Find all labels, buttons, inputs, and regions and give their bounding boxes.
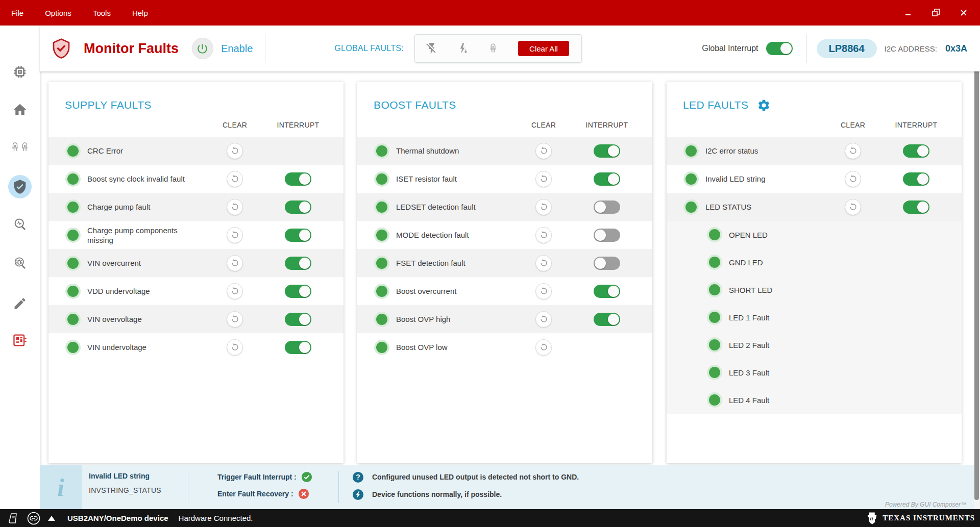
fault-row: VIN overvoltage: [48, 305, 344, 333]
interrupt-toggle[interactable]: [903, 144, 929, 158]
bolt-off-icon: [425, 42, 438, 55]
selected-fault-block: Invalid LED string INVSTRING_STATUS: [82, 465, 188, 509]
sidebar-item-debug[interactable]: [8, 252, 32, 275]
interrupt-toggle[interactable]: [285, 285, 311, 298]
fault-label: FSET detection fault: [396, 258, 513, 268]
sidebar-item-home[interactable]: [8, 98, 32, 121]
sidebar-item-diagnostics[interactable]: [8, 213, 32, 236]
enable-label[interactable]: Enable: [221, 43, 253, 55]
fault-label: LED 2 Fault: [729, 340, 962, 350]
interrupt-toggle[interactable]: [903, 172, 929, 186]
clear-fault-button[interactable]: [227, 283, 243, 299]
clear-fault-button[interactable]: [535, 171, 552, 187]
clear-column-header: CLEAR: [205, 121, 265, 129]
fault-row: ISET resistor fault: [357, 165, 652, 193]
scrollbar-thumb[interactable]: [974, 65, 979, 500]
fault-info-bar: i Invalid LED string INVSTRING_STATUS Tr…: [40, 465, 974, 509]
interrupt-toggle[interactable]: [594, 285, 620, 298]
sidebar-item-monitor-faults[interactable]: [8, 175, 32, 198]
clear-fault-button[interactable]: [845, 143, 861, 159]
clear-all-button[interactable]: Clear All: [518, 41, 569, 56]
sidebar-item-edit[interactable]: [8, 292, 32, 315]
brand-name: Texas Instruments: [883, 514, 975, 522]
fault-status-led: [709, 284, 720, 295]
interrupt-toggle[interactable]: [285, 257, 311, 270]
led-faults-settings-gear-icon[interactable]: [757, 98, 771, 112]
sidebar-item-device[interactable]: [8, 60, 32, 84]
clear-fault-button[interactable]: [227, 143, 243, 159]
clear-fault-button[interactable]: [227, 227, 243, 243]
clear-fault-button[interactable]: [535, 143, 552, 159]
clear-fault-button[interactable]: [535, 283, 552, 299]
clear-fault-button[interactable]: [535, 339, 552, 356]
scrollbar-track[interactable]: [974, 61, 980, 509]
interrupt-toggle[interactable]: [594, 257, 620, 270]
clear-fault-button[interactable]: [227, 255, 243, 271]
search-bug-icon: [12, 256, 28, 271]
ti-bug-icon: ti: [865, 512, 878, 525]
menu-item-tools[interactable]: Tools: [93, 9, 111, 17]
clear-fault-button[interactable]: [227, 199, 243, 215]
fault-row: LED STATUS: [667, 193, 962, 221]
clear-fault-button[interactable]: [535, 255, 552, 271]
interrupt-toggle[interactable]: [594, 229, 620, 242]
interrupt-toggle[interactable]: [285, 341, 311, 354]
fault-label: Boost OVP low: [396, 342, 513, 352]
fault-status-led: [376, 230, 387, 241]
clear-fault-button[interactable]: [845, 171, 861, 187]
fault-label: OPEN LED: [729, 230, 962, 240]
clear-fault-button[interactable]: [535, 227, 552, 243]
clear-fault-button[interactable]: [227, 171, 243, 187]
menu-item-file[interactable]: File: [11, 9, 23, 17]
fault-row: Boost sync clock invalid fault: [48, 165, 344, 193]
close-button[interactable]: [953, 4, 974, 22]
fault-label: Boost OVP high: [396, 314, 513, 324]
clear-fault-button[interactable]: [535, 311, 552, 328]
log-icon[interactable]: [7, 512, 19, 524]
bolt-circle-icon: [353, 489, 363, 500]
restore-button[interactable]: [926, 4, 946, 22]
clear-fault-button[interactable]: [227, 311, 243, 328]
interrupt-toggle[interactable]: [285, 313, 311, 326]
interrupt-toggle[interactable]: [285, 200, 311, 214]
clear-fault-button[interactable]: [845, 199, 861, 215]
column-headers: CLEAR INTERRUPT: [357, 118, 652, 132]
connection-link-icon[interactable]: [27, 511, 41, 525]
interrupt-toggle[interactable]: [594, 172, 620, 186]
fault-row: Boost OVP high: [357, 305, 652, 333]
interrupt-toggle[interactable]: [285, 172, 311, 186]
status-bar: USB2ANY/OneDemo device Hardware Connecte…: [0, 509, 980, 527]
interrupt-toggle[interactable]: [594, 313, 620, 326]
led-subfault-row: OPEN LED: [667, 221, 962, 248]
menu-item-options[interactable]: Options: [45, 9, 71, 17]
menu-items: FileOptionsToolsHelp: [11, 9, 169, 17]
close-icon: [960, 9, 968, 17]
expand-status-icon[interactable]: [48, 516, 55, 521]
fault-status-led: [67, 314, 79, 325]
header-divider: [265, 34, 265, 63]
fault-status-led: [67, 145, 79, 157]
minimize-button[interactable]: [898, 4, 919, 22]
sidebar-item-registers[interactable]: [8, 329, 32, 352]
enable-power-button[interactable]: [192, 38, 213, 59]
clear-column-header: CLEAR: [513, 121, 574, 129]
sidebar-item-led-strings[interactable]: [8, 136, 32, 160]
interrupt-toggle[interactable]: [594, 200, 620, 214]
fault-label: SHORT LED: [729, 285, 962, 295]
fault-row: CRC Error: [48, 137, 344, 165]
fault-row: I2C error status: [667, 137, 962, 165]
led-subfault-row: LED 2 Fault: [667, 331, 962, 359]
panel-title: SUPPLY FAULTS: [65, 99, 152, 111]
menu-item-help[interactable]: Help: [132, 9, 148, 17]
fault-label: CRC Error: [87, 146, 205, 156]
interrupt-toggle[interactable]: [903, 200, 929, 214]
fault-label: I2C error status: [705, 146, 823, 156]
clear-fault-button[interactable]: [227, 339, 243, 356]
menubar: FileOptionsToolsHelp: [0, 0, 980, 26]
interrupt-toggle[interactable]: [285, 229, 311, 242]
clear-fault-button[interactable]: [535, 199, 552, 215]
interrupt-toggle[interactable]: [594, 144, 620, 158]
faults-shield-icon: [51, 37, 71, 60]
global-interrupt-toggle[interactable]: [766, 42, 793, 55]
fault-behavior-block: Trigger Fault Interrupt : Enter Fault Re…: [188, 465, 338, 509]
